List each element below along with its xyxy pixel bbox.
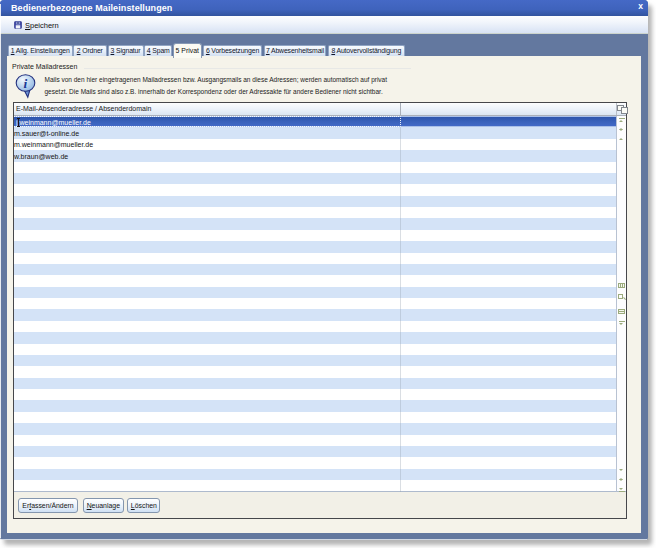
svg-text:i: i [23,75,27,90]
